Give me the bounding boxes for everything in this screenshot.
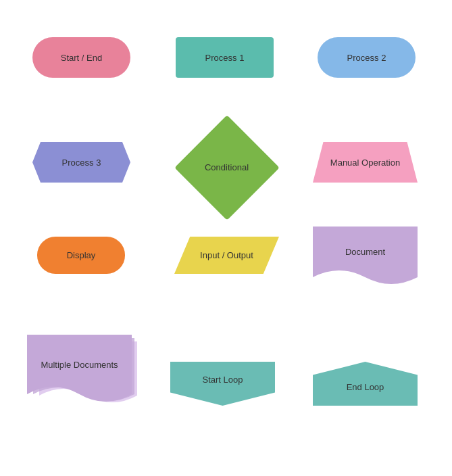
process3-shape[interactable]: Process 3 bbox=[32, 142, 130, 183]
process2-label: Process 2 bbox=[347, 53, 386, 63]
display-label: Display bbox=[67, 250, 96, 260]
end-loop-shape[interactable] bbox=[313, 362, 418, 406]
process1-shape[interactable]: Process 1 bbox=[176, 37, 274, 78]
input-output-shape[interactable] bbox=[174, 237, 279, 274]
process1-label: Process 1 bbox=[205, 53, 245, 63]
start-end-label: Start / End bbox=[61, 53, 102, 63]
start-loop-shape[interactable] bbox=[170, 362, 275, 406]
document-shape[interactable] bbox=[313, 227, 418, 291]
start-end-shape[interactable]: Start / End bbox=[32, 37, 130, 78]
document-wrapper: Document bbox=[313, 227, 418, 291]
manual-operation-shape[interactable] bbox=[313, 142, 418, 183]
process3-label: Process 3 bbox=[62, 158, 101, 168]
conditional-wrapper: Conditional bbox=[174, 115, 279, 220]
canvas: Start / End Process 1 Process 2 Process … bbox=[0, 0, 452, 476]
process2-shape[interactable]: Process 2 bbox=[318, 37, 416, 78]
multiple-documents-wrapper: Multiple Documents bbox=[27, 335, 139, 423]
display-shape[interactable]: Display bbox=[37, 237, 125, 274]
multi-doc-front[interactable] bbox=[27, 335, 132, 412]
conditional-label: Conditional bbox=[205, 162, 249, 172]
